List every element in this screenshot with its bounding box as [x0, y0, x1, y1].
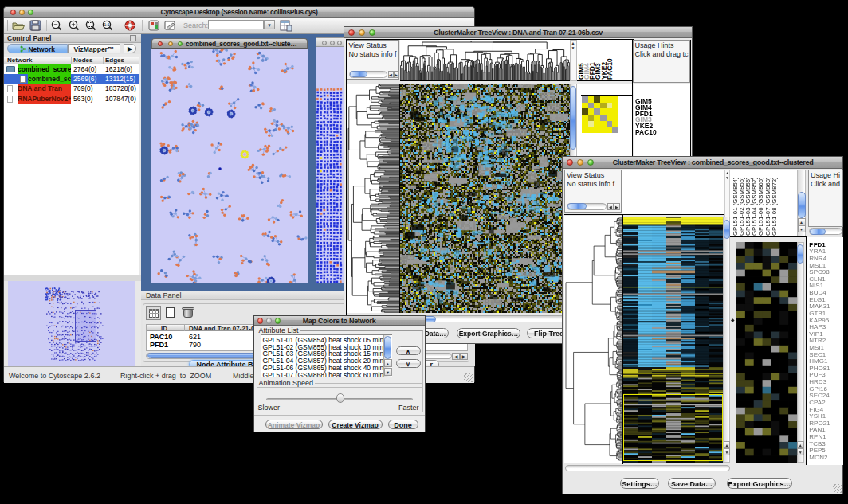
- svg-text:1:1: 1:1: [104, 22, 110, 27]
